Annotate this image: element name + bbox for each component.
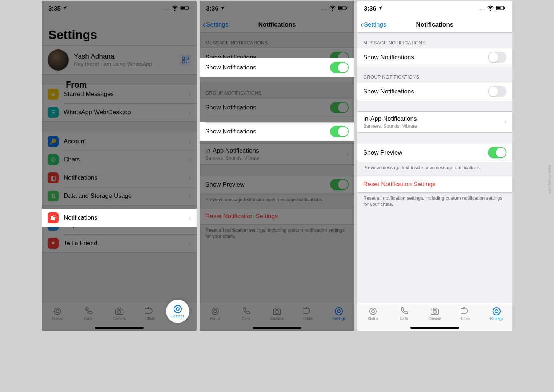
reset-footer: Reset all notification settings, includi…	[357, 193, 512, 211]
profile-status: Hey there! I am using WhatsApp.	[74, 61, 180, 68]
settings-row-starred-messages[interactable]: ★Starred Messages›	[42, 85, 197, 103]
highlighted-row-group-show[interactable]: Show Notifications	[200, 122, 354, 141]
row-reset-notification-settings[interactable]: Reset Notification Settings	[200, 208, 354, 224]
row-reset-notification-settings[interactable]: Reset Notification Settings	[357, 176, 512, 192]
tab-chats[interactable]: Chats	[135, 303, 166, 324]
chevron-right-icon: ›	[504, 118, 506, 126]
cell-label: Chats	[64, 156, 189, 163]
cell-label: Notifications	[64, 214, 189, 221]
wifi-icon	[487, 5, 494, 13]
tab-camera[interactable]: Camera	[261, 303, 292, 324]
app-badge-icon: ◧	[48, 172, 59, 183]
nav-bar: ‹Settings Notifications	[357, 17, 512, 33]
svg-rect-14	[186, 61, 187, 61]
cellular-dots-icon: .....	[321, 7, 328, 11]
switch-group-show[interactable]	[330, 102, 349, 113]
location-arrow-icon	[378, 5, 383, 12]
qr-code-icon[interactable]	[180, 55, 191, 65]
chevron-left-icon: ‹	[360, 20, 363, 30]
desktop-icon: 🖥	[48, 107, 59, 118]
svg-rect-17	[188, 62, 188, 63]
tab-settings[interactable]: Settings	[481, 303, 512, 324]
reset-footer: Reset all notification settings, includi…	[200, 225, 354, 243]
tab-chats[interactable]: Chats	[293, 303, 324, 324]
key-icon: 🔑	[48, 136, 59, 147]
battery-icon	[180, 5, 190, 13]
chevron-right-icon: ›	[189, 174, 191, 182]
battery-icon	[338, 5, 348, 13]
chevron-left-icon: ‹	[202, 20, 205, 30]
status-time: 3:35	[48, 5, 61, 12]
status-time: 3:36	[364, 5, 376, 12]
home-indicator	[95, 327, 144, 329]
switch-group-show[interactable]	[330, 126, 349, 137]
cellular-dots-icon: .....	[478, 7, 485, 11]
row-show-preview[interactable]: Show Preview	[357, 143, 512, 162]
section-header-group: GROUP NOTIFICATIONS	[357, 67, 512, 82]
back-button[interactable]: ‹Settings	[357, 20, 386, 30]
tab-camera[interactable]: Camera	[419, 303, 450, 324]
screenshot-panel-1: 3:35 ..... Settings Yash Adhana Hey ther…	[42, 1, 197, 331]
status-bar: 3:36 .....	[200, 1, 354, 17]
switch-message-show[interactable]	[330, 62, 349, 73]
chevron-right-icon: ›	[189, 138, 191, 145]
tab-settings[interactable]: Settings	[324, 303, 354, 324]
screenshot-panel-3: 3:36 ..... ‹Settings Notifications MESSA…	[357, 1, 512, 331]
highlighted-notifications-row[interactable]: Notifications ›	[42, 209, 197, 227]
row-in-app-notifications[interactable]: In-App Notifications Banners, Sounds, Vi…	[200, 144, 354, 164]
chevron-right-icon: ›	[346, 150, 349, 158]
svg-point-19	[53, 215, 56, 218]
settings-row-data-and-storage-usage[interactable]: ⇅Data and Storage Usage›	[42, 187, 197, 205]
row-group-show-notifications[interactable]: Show Notifications	[357, 82, 512, 101]
tab-status[interactable]: Status	[200, 303, 230, 324]
tab-calls[interactable]: Calls	[73, 303, 104, 324]
chevron-right-icon: ›	[189, 240, 191, 247]
wifi-icon	[171, 5, 178, 13]
settings-row-tell-a-friend[interactable]: ♥Tell a Friend›	[42, 234, 197, 252]
notifications-list: MESSAGE NOTIFICATIONS Show Notifications…	[357, 33, 512, 303]
settings-row-account[interactable]: 🔑Account›	[42, 132, 197, 151]
settings-row-notifications[interactable]: ◧Notifications›	[42, 169, 197, 187]
cellular-dots-icon: .....	[163, 7, 170, 11]
row-in-app-notifications[interactable]: In-App Notifications Banners, Sounds, Vi…	[357, 112, 512, 132]
tab-calls[interactable]: Calls	[230, 303, 261, 324]
app-badge-icon	[48, 212, 59, 223]
chevron-right-icon: ›	[189, 91, 191, 98]
svg-rect-11	[182, 57, 185, 59]
row-message-show-notifications[interactable]: Show Notifications	[357, 48, 512, 67]
profile-row[interactable]: Yash Adhana Hey there! I am using WhatsA…	[42, 45, 197, 75]
tab-status[interactable]: Status	[42, 303, 73, 324]
screenshot-panel-2: 3:36 ..... ‹Settings Notifications MESSA…	[200, 1, 354, 331]
whatsapp-icon: ✆	[48, 154, 59, 165]
tab-status[interactable]: Status	[357, 303, 388, 324]
location-arrow-icon	[62, 5, 67, 12]
switch-show-preview[interactable]	[330, 179, 349, 190]
section-header-message: MESSAGE NOTIFICATIONS	[357, 33, 512, 48]
arrows-icon: ⇅	[48, 191, 59, 201]
home-indicator	[410, 327, 459, 329]
highlighted-row-message-show[interactable]: Show Notifications	[200, 58, 354, 77]
cell-label: Starred Messages	[64, 91, 189, 98]
settings-row-chats[interactable]: ✆Chats›	[42, 151, 197, 169]
switch-group-show[interactable]	[488, 86, 506, 97]
row-show-preview[interactable]: Show Preview	[200, 175, 354, 194]
chevron-right-icon: ›	[189, 109, 191, 116]
avatar	[48, 49, 69, 71]
cell-label: Account	[64, 138, 189, 145]
heart-icon: ♥	[48, 238, 59, 249]
chevron-right-icon: ›	[189, 214, 191, 222]
tab-chats[interactable]: Chats	[450, 303, 481, 324]
svg-rect-15	[188, 61, 188, 61]
switch-show-preview[interactable]	[488, 147, 506, 158]
preview-footer: Preview message text inside new message …	[200, 194, 354, 206]
tab-calls[interactable]: Calls	[388, 303, 419, 324]
status-bar: 3:36 .....	[357, 1, 512, 17]
row-group-show-notifications[interactable]: Show Notifications	[200, 98, 354, 117]
back-button[interactable]: ‹Settings	[200, 20, 228, 30]
switch-message-show[interactable]	[488, 52, 506, 63]
home-indicator	[253, 327, 301, 329]
settings-row-whatsapp-web-desktop[interactable]: 🖥WhatsApp Web/Desktop›	[42, 103, 197, 121]
highlighted-settings-tab[interactable]: Settings	[166, 300, 189, 323]
status-bar: 3:35 .....	[42, 1, 197, 17]
tab-camera[interactable]: Camera	[104, 303, 135, 324]
